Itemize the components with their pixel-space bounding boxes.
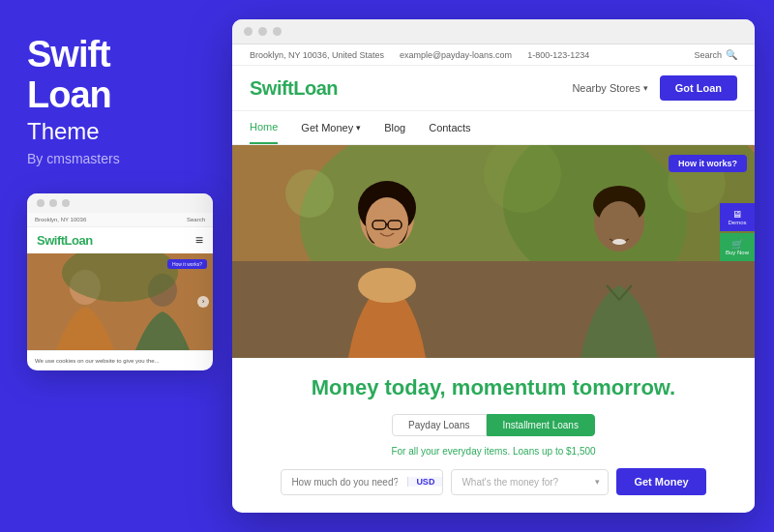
site-wrapper: Brooklyn, NY 10036, United States exampl… — [232, 44, 755, 513]
mini-dot-1 — [37, 199, 45, 207]
site-nav: SwiftLoan Nearby Stores ▾ Got Loan — [232, 66, 755, 111]
site-info-bar-left: Brooklyn, NY 10036, United States exampl… — [250, 50, 589, 60]
hero-svg — [232, 145, 755, 358]
svg-rect-7 — [232, 261, 755, 358]
chevron-down-icon: ▾ — [643, 83, 648, 93]
site-hero: How it works? 🖥 Demos 🛒 Buy Now — [232, 145, 755, 358]
mini-preview-card: Brooklyn, NY 10036 Search SwiftLoan ≡ — [27, 193, 213, 370]
menu-item-contacts[interactable]: Contacts — [429, 112, 470, 143]
chevron-down-icon: ▾ — [356, 123, 361, 133]
brand-subtitle: Theme — [27, 118, 205, 145]
tab-payday-loans[interactable]: Payday Loans — [392, 414, 486, 436]
mini-next-arrow[interactable]: › — [197, 296, 209, 308]
mini-logo-bar: SwiftLoan ≡ — [27, 227, 213, 253]
loan-form-row: USD What's the money for? ▾ Get Money — [255, 468, 731, 495]
hero-photo-area — [232, 145, 755, 358]
site-phone: 1-800-123-1234 — [527, 50, 589, 60]
brand-title: Swift Loan — [27, 35, 205, 116]
so-easy-section: So Easy — [232, 509, 755, 513]
hero-badge[interactable]: How it works? — [669, 155, 747, 172]
loan-amount-input-wrap: USD — [281, 469, 443, 495]
hero-subtitle-green: Loans up to $1,500 — [513, 446, 596, 457]
demos-label: Demos — [726, 220, 749, 225]
site-address: Brooklyn, NY 10036, United States — [250, 50, 384, 60]
menu-item-home[interactable]: Home — [250, 111, 278, 144]
currency-label: USD — [407, 477, 442, 487]
site-nav-right: Nearby Stores ▾ Got Loan — [572, 75, 737, 101]
mini-search: Search — [187, 217, 205, 222]
mini-browser-chrome — [27, 193, 213, 213]
loan-purpose-select[interactable]: What's the money for? — [452, 470, 587, 494]
hero-subtitle-black: For all your everyday items. — [391, 446, 510, 457]
site-search-area[interactable]: Search 🔍 — [694, 49, 737, 60]
mini-dot-2 — [49, 199, 57, 207]
loan-tabs: Payday Loans Installment Loans — [255, 414, 731, 436]
demos-floater[interactable]: 🖥 Demos — [720, 203, 755, 231]
buy-now-floater[interactable]: 🛒 Buy Now — [720, 233, 755, 261]
hero-tagline-green: momentum tomorrow. — [452, 375, 675, 399]
svg-point-21 — [612, 239, 626, 245]
browser-dot-1 — [244, 27, 253, 36]
loan-amount-input[interactable] — [282, 470, 407, 494]
nearby-stores-dropdown[interactable]: Nearby Stores ▾ — [572, 82, 647, 94]
buy-now-label: Buy Now — [726, 250, 749, 255]
search-icon: 🔍 — [726, 49, 737, 60]
hero-tagline-black: Money today, — [312, 375, 446, 399]
cart-icon: 🛒 — [726, 239, 749, 250]
site-hero-overlay: Money today, momentum tomorrow. Payday L… — [232, 358, 755, 509]
mini-logo: SwiftLoan — [37, 233, 93, 248]
browser-mockup: Brooklyn, NY 10036, United States exampl… — [232, 19, 755, 513]
mini-hero-badge: How it works? — [167, 259, 207, 269]
mini-dot-3 — [62, 199, 70, 207]
left-panel: Swift Loan Theme By cmsmasters Brooklyn,… — [0, 0, 232, 532]
site-email: example@payday-loans.com — [400, 50, 512, 60]
mini-address: Brooklyn, NY 10036 — [35, 217, 86, 222]
monitor-icon: 🖥 — [726, 209, 749, 220]
nearby-label: Nearby Stores — [572, 82, 640, 94]
logo-swift: Swift — [250, 77, 293, 99]
svg-point-17 — [358, 268, 416, 303]
loan-purpose-select-wrap: What's the money for? ▾ — [451, 469, 609, 495]
browser-dot-3 — [273, 27, 282, 36]
site-info-bar: Brooklyn, NY 10036, United States exampl… — [232, 44, 755, 66]
site-logo: SwiftLoan — [250, 77, 338, 100]
hero-tagline: Money today, momentum tomorrow. — [255, 375, 731, 400]
mini-bottom-text: We use cookies on our website to give yo… — [27, 350, 213, 370]
hamburger-icon: ≡ — [195, 233, 203, 247]
tab-installment-loans[interactable]: Installment Loans — [487, 414, 595, 436]
menu-item-blog[interactable]: Blog — [384, 112, 405, 143]
brand-by: By cmsmasters — [27, 151, 205, 166]
site-menu-bar: Home Get Money ▾ Blog Contacts — [232, 111, 755, 145]
select-chevron-icon: ▾ — [587, 477, 608, 487]
browser-chrome — [232, 19, 755, 44]
browser-dot-2 — [258, 27, 267, 36]
get-loan-button[interactable]: Got Loan — [660, 75, 737, 101]
logo-loan: Loan — [293, 77, 338, 99]
mini-info-bar: Brooklyn, NY 10036 Search — [27, 213, 213, 227]
get-money-button[interactable]: Get Money — [616, 468, 705, 495]
svg-point-22 — [285, 169, 334, 218]
hero-subtitle: For all your everyday items. Loans up to… — [255, 446, 731, 457]
menu-item-get-money[interactable]: Get Money ▾ — [301, 112, 361, 143]
mini-hero: How it works? › — [27, 253, 213, 350]
site-search-label: Search — [694, 50, 722, 60]
side-floaters: 🖥 Demos 🛒 Buy Now — [720, 203, 755, 261]
